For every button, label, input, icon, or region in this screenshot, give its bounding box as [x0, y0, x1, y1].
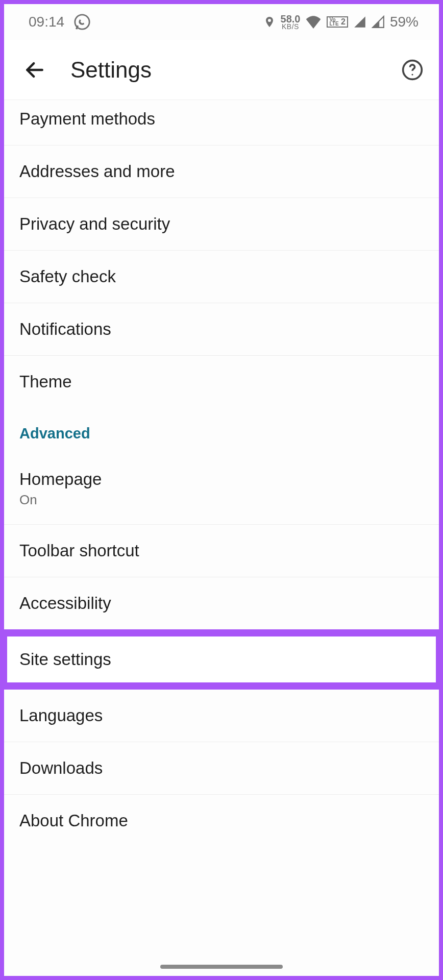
volte-icon: VoLTE 2: [327, 16, 348, 28]
status-bar: 09:14 58.0 KB/S VoLTE 2: [4, 4, 439, 40]
item-addresses[interactable]: Addresses and more: [4, 145, 439, 198]
item-label: Downloads: [19, 758, 424, 778]
item-label: Site settings: [19, 650, 424, 669]
item-label: Privacy and security: [19, 214, 424, 234]
item-safety-check[interactable]: Safety check: [4, 251, 439, 303]
status-time: 09:14: [29, 14, 64, 30]
item-toolbar-shortcut[interactable]: Toolbar shortcut: [4, 525, 439, 577]
item-label: Safety check: [19, 267, 424, 286]
item-accessibility[interactable]: Accessibility: [4, 577, 439, 629]
item-site-settings[interactable]: Site settings: [4, 629, 439, 690]
page-title: Settings: [70, 57, 152, 83]
item-payment-methods[interactable]: Payment methods: [4, 100, 439, 145]
item-notifications[interactable]: Notifications: [4, 303, 439, 356]
item-label: About Chrome: [19, 811, 424, 830]
app-bar: Settings: [4, 40, 439, 100]
svg-point-3: [412, 74, 413, 75]
item-label: Toolbar shortcut: [19, 541, 424, 560]
item-label: Accessibility: [19, 594, 424, 613]
item-privacy[interactable]: Privacy and security: [4, 198, 439, 251]
whatsapp-icon: [73, 13, 91, 31]
signal-icon-2: [372, 15, 385, 29]
item-label: Homepage: [19, 470, 424, 489]
wifi-icon: [305, 15, 322, 29]
item-label: Theme: [19, 372, 424, 391]
item-homepage[interactable]: Homepage On: [4, 453, 439, 525]
item-label: Notifications: [19, 320, 424, 339]
section-advanced: Advanced: [4, 408, 439, 453]
item-languages[interactable]: Languages: [4, 690, 439, 742]
item-label: Payment methods: [19, 109, 424, 129]
location-icon: [263, 14, 276, 30]
item-label: Addresses and more: [19, 162, 424, 181]
settings-list: Payment methods Addresses and more Priva…: [4, 100, 439, 976]
item-about-chrome[interactable]: About Chrome: [4, 795, 439, 847]
item-label: Languages: [19, 706, 424, 725]
item-downloads[interactable]: Downloads: [4, 742, 439, 795]
item-subtitle: On: [19, 492, 424, 508]
back-button[interactable]: [23, 59, 46, 81]
battery-text: 59%: [390, 14, 419, 30]
screen: 09:14 58.0 KB/S VoLTE 2: [4, 4, 439, 976]
nav-handle[interactable]: [160, 965, 283, 969]
signal-icon-1: [353, 15, 366, 29]
item-theme[interactable]: Theme: [4, 356, 439, 408]
help-button[interactable]: [401, 59, 424, 81]
net-speed: 58.0 KB/S: [281, 14, 301, 30]
